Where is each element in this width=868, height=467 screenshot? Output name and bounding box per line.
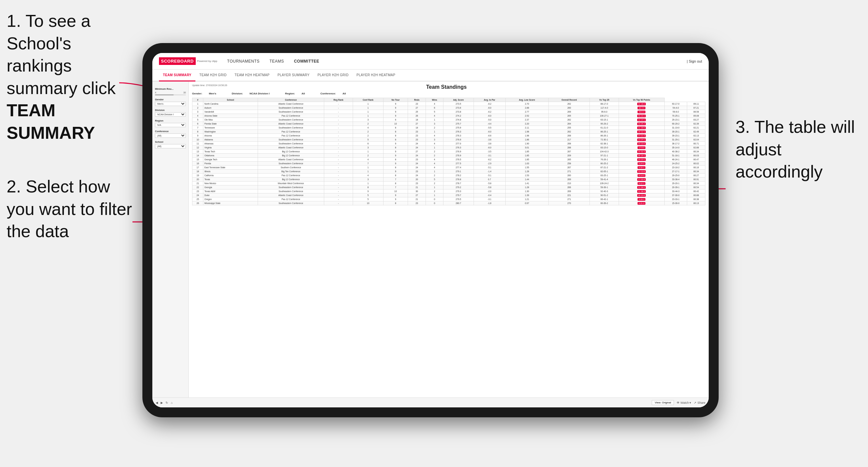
- table-cell: 82-05-1: [590, 169, 619, 174]
- table-cell: 27: [408, 193, 426, 197]
- table-cell: 6: [426, 106, 443, 110]
- toolbar-nav-back[interactable]: ◀: [156, 401, 158, 404]
- table-cell: Pac-12 Conference: [258, 174, 324, 178]
- toolbar-reload[interactable]: ↻: [165, 401, 168, 404]
- tab-player-h2h-heatmap[interactable]: PLAYER H2H HEATMAP: [352, 69, 399, 82]
- table-cell: 5: [426, 110, 443, 114]
- table-row: 6Florida StateAtlantic Coast Conference-…: [192, 122, 705, 126]
- tab-player-summary[interactable]: PLAYER SUMMARY: [274, 69, 314, 82]
- table-cell: 1.21: [505, 197, 549, 201]
- table-cell: 24: [408, 142, 426, 146]
- table-cell: 26: [408, 114, 426, 118]
- tab-team-h2h-heatmap[interactable]: TEAM H2H HEATMAP: [230, 69, 274, 82]
- table-row: 13Texas TechBig 12 Conference-19272276.9…: [192, 150, 705, 154]
- region-select[interactable]: N/A: [155, 123, 186, 127]
- table-cell: 1: [426, 146, 443, 150]
- table-cell: 23-13-0: [619, 142, 664, 146]
- table-cell: 1: [426, 169, 443, 174]
- table-cell: 1.98: [505, 130, 549, 134]
- table-cell: Atlantic Coast Conference: [258, 193, 324, 197]
- division-select[interactable]: NCAA Division I: [155, 112, 186, 117]
- table-cell: 9-24-0: [619, 162, 664, 165]
- table-cell: 21: [408, 197, 426, 201]
- share-button[interactable]: ↗ Share: [694, 401, 705, 404]
- tab-team-summary[interactable]: TEAM SUMMARY: [159, 69, 195, 82]
- table-cell: 8: [383, 126, 408, 130]
- table-cell: 278.2: [443, 174, 473, 178]
- table-cell: Illinois: [203, 169, 258, 174]
- table-cell: 8: [383, 130, 408, 134]
- table-cell: 5: [353, 193, 383, 197]
- table-cell: 104-42-3: [590, 150, 619, 154]
- table-cell: 1.98: [505, 134, 549, 138]
- table-cell: 8: [383, 174, 408, 178]
- table-cell: 5: [353, 197, 383, 201]
- table-row: 4Arizona StatePac-12 Conference-19264274…: [192, 114, 705, 118]
- table-cell: 92-40-3: [590, 189, 619, 193]
- table-cell: 2: [426, 154, 443, 158]
- table-cell: Southeastern Conference: [258, 138, 324, 142]
- table-cell: 270: [549, 201, 590, 205]
- table-cell: Arizona State: [203, 114, 258, 118]
- table-cell: 27: [408, 122, 426, 126]
- table-cell: 42-18-0: [619, 102, 664, 106]
- table-cell: 267: [549, 150, 590, 154]
- conference-select[interactable]: (All): [155, 133, 186, 138]
- table-cell: 7: [192, 126, 203, 130]
- table-cell: 17-33-4: [619, 178, 664, 182]
- table-cell: Southeastern Conference: [258, 142, 324, 146]
- table-cell: 10: [383, 189, 408, 193]
- toolbar-home[interactable]: ⌂: [171, 401, 173, 404]
- table-cell: 271: [549, 169, 590, 174]
- table-cell: 27: [408, 150, 426, 154]
- table-cell: 23: [408, 169, 426, 174]
- table-cell: North Carolina: [203, 102, 258, 106]
- table-cell: 279.5: [443, 197, 473, 201]
- table-row: 23Texas A&MSoutheastern Conference-91030…: [192, 189, 705, 193]
- tab-player-h2h-grid[interactable]: PLAYER H2H GRID: [314, 69, 353, 82]
- nav-teams[interactable]: TEAMS: [270, 58, 284, 65]
- table-cell: 82.13: [687, 134, 705, 138]
- col-vs-top25: Vs Top 25: [590, 98, 619, 102]
- toolbar-nav-forward[interactable]: ▶: [161, 401, 163, 404]
- sidebar-filters: Minimum Rou... 4 30 Gender Men's Divisio…: [152, 82, 189, 398]
- view-original-button[interactable]: View: Original: [652, 400, 674, 405]
- nav-committee[interactable]: COMMITTEE: [294, 58, 319, 65]
- table-cell: 24: [192, 193, 203, 197]
- gender-label: Gender: [155, 98, 186, 101]
- min-rounds-slider[interactable]: 4 30: [155, 91, 186, 95]
- min-rounds-label: Minimum Rou...: [155, 88, 186, 90]
- col-adj-score: Adj. Score: [443, 98, 473, 102]
- watch-button[interactable]: 👁 Watch ▾: [677, 401, 691, 404]
- tab-team-h2h-grid[interactable]: TEAM H2H GRID: [195, 69, 230, 82]
- table-row: 26Mississippi StateSoutheastern Conferen…: [192, 201, 705, 205]
- table-cell: Southeastern Conference: [258, 189, 324, 193]
- table-cell: 100-27-1: [590, 114, 619, 118]
- table-row: 3VanderbiltSoutheastern Conference-19255…: [192, 110, 705, 114]
- table-cell: 89.11: [687, 102, 705, 106]
- table-cell: 80.02: [687, 162, 705, 165]
- sign-out-button[interactable]: | Sign out: [687, 59, 702, 63]
- table-cell: 274.8: [443, 118, 473, 122]
- school-select[interactable]: (All): [155, 144, 186, 148]
- table-cell: 30-15-1: [619, 154, 664, 158]
- table-cell: -: [324, 138, 353, 142]
- table-row: 10AlabamaSoutheastern Conference-5823327…: [192, 138, 705, 142]
- table-cell: 2: [192, 106, 203, 110]
- table-cell: 5: [426, 178, 443, 182]
- table-cell: 9: [383, 169, 408, 174]
- table-cell: 3: [353, 178, 383, 182]
- table-cell: -: [324, 189, 353, 193]
- table-cell: 4: [353, 126, 383, 130]
- table-cell: 0: [426, 197, 443, 201]
- table-cell: -: [324, 146, 353, 150]
- table-cell: -: [324, 193, 353, 197]
- nav-tournaments[interactable]: TOURNAMENTS: [227, 58, 260, 65]
- gender-select[interactable]: Men's: [155, 102, 186, 106]
- table-cell: 275.9: [443, 126, 473, 130]
- table-cell: 2: [426, 126, 443, 130]
- table-cell: 60-39-2: [590, 201, 619, 205]
- table-cell: -6.2: [473, 110, 505, 114]
- table-cell: 269: [549, 178, 590, 182]
- table-cell: -6.2: [473, 102, 505, 106]
